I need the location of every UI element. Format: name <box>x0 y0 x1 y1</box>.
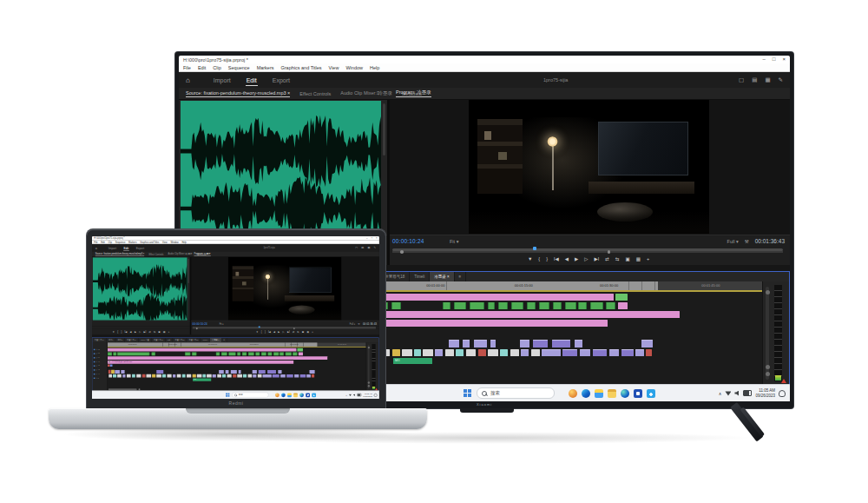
timeline-clip[interactable] <box>478 349 486 356</box>
timeline-clip[interactable] <box>615 294 628 301</box>
vscroll-knob[interactable] <box>367 381 369 383</box>
timeline-clip[interactable] <box>402 349 411 356</box>
track-header[interactable]: V3 <box>92 347 107 351</box>
panel-tab[interactable]: Program: 冷墨录 <box>396 89 431 97</box>
timeline-clip[interactable] <box>298 348 304 352</box>
weather-app-icon[interactable] <box>275 393 279 397</box>
volume-icon[interactable] <box>353 394 356 396</box>
maximize-button[interactable]: □ <box>371 236 372 240</box>
button-editor-button[interactable]: + <box>168 331 170 334</box>
timeline-clip[interactable] <box>117 352 149 355</box>
go-to-out-button[interactable]: ▶I <box>287 331 290 334</box>
panel-tab[interactable]: Source: fixation-pendulum-theory-muscled… <box>186 90 290 97</box>
timeline-clip[interactable] <box>253 370 257 374</box>
vscroll-knob[interactable] <box>766 290 770 295</box>
timeline-clip[interactable] <box>227 374 232 378</box>
timeline-clip[interactable] <box>454 302 466 309</box>
track-header[interactable]: V2 <box>92 352 107 355</box>
play-button[interactable]: ▶ <box>135 331 136 334</box>
go-to-in-button[interactable]: I◀ <box>125 331 128 334</box>
taskbar-search[interactable]: 搜索 <box>232 393 268 398</box>
menu-window[interactable]: Window <box>345 65 363 70</box>
battery-icon[interactable] <box>743 390 752 396</box>
track-toggle-icon[interactable] <box>94 357 95 358</box>
timeline-clip[interactable] <box>258 374 262 378</box>
menu-edit[interactable]: Edit <box>198 65 206 70</box>
timeline-clip[interactable] <box>231 370 237 374</box>
timeline-menu-icon[interactable]: ≡ <box>455 272 467 281</box>
quick-export-icon[interactable]: ▢ <box>739 76 744 83</box>
panel-tab[interactable]: Effect Controls <box>148 253 163 255</box>
track-toggle-icon[interactable] <box>94 365 95 366</box>
timeline-clip[interactable] <box>108 352 112 355</box>
timeline-clip[interactable] <box>259 370 266 374</box>
timeline-clip[interactable] <box>521 349 529 356</box>
timeline-clip[interactable] <box>255 352 260 355</box>
settings-wrench-icon[interactable]: ⚒ <box>358 322 359 325</box>
timeline-clip[interactable] <box>273 374 279 378</box>
current-timecode[interactable]: 00:00:10:24 <box>193 322 207 325</box>
timeline-clip[interactable] <box>510 349 519 356</box>
settings-wrench-icon[interactable]: ⚒ <box>745 239 749 244</box>
timeline-clip[interactable] <box>263 374 272 378</box>
timeline-clip[interactable] <box>646 349 653 356</box>
taskbar-clock[interactable]: 11:05 AM 09/26/2023 <box>363 393 372 397</box>
menu-view[interactable]: View <box>329 65 339 70</box>
timeline-clip[interactable] <box>498 302 508 309</box>
wifi-icon[interactable] <box>349 394 352 396</box>
timeline-clip[interactable] <box>435 349 443 356</box>
timeline-clip[interactable] <box>286 352 292 355</box>
panel-tab[interactable]: Source: fixation-pendulum-theory-muscled… <box>95 253 145 256</box>
vscroll-knob[interactable] <box>367 347 369 348</box>
panel-menu-icon[interactable]: ≡ <box>377 90 380 96</box>
timeline-clip[interactable] <box>122 374 126 378</box>
timeline-clip[interactable] <box>280 374 286 378</box>
timeline-clip[interactable] <box>108 361 294 364</box>
timeline-clip[interactable] <box>621 349 634 356</box>
resolution-dropdown[interactable]: Full ▾ <box>350 322 355 325</box>
timeline-clip[interactable] <box>578 302 587 309</box>
menu-clip[interactable]: Clip <box>213 65 220 70</box>
home-icon[interactable]: ⌂ <box>186 76 190 84</box>
timeline-clip[interactable] <box>132 374 135 378</box>
timeline-clip[interactable] <box>187 374 191 378</box>
lift-button[interactable]: ⇆ <box>615 256 620 261</box>
export-frame-button[interactable]: ▦ <box>163 331 165 334</box>
menu-clip[interactable]: Clip <box>108 241 111 243</box>
menu-file[interactable]: File <box>183 65 191 70</box>
track-toggle-icon[interactable] <box>94 348 95 349</box>
menu-sequence[interactable]: Sequence <box>228 65 250 70</box>
timeline-clip[interactable] <box>207 374 211 378</box>
panel-menu-icon[interactable]: ≡ <box>185 253 187 255</box>
panel-tab[interactable]: Audio Clip Mixer: 冷墨录 <box>168 253 193 255</box>
source-monitor-panel[interactable] <box>92 257 190 321</box>
menu-edit[interactable]: Edit <box>101 241 104 243</box>
track-toggle-icon[interactable] <box>94 353 95 354</box>
timeline-clip[interactable] <box>293 352 297 355</box>
go-to-in-button[interactable]: I◀ <box>268 331 271 334</box>
panel-tab[interactable]: Effect Controls <box>299 91 331 96</box>
audio-waveform[interactable] <box>181 101 381 235</box>
loop-button[interactable]: ⇄ <box>148 331 150 334</box>
program-monitor-panel[interactable] <box>387 100 790 235</box>
timeline-clip[interactable] <box>108 374 112 378</box>
notification-bell-icon[interactable] <box>779 390 786 397</box>
export-frame-button[interactable]: ▦ <box>307 331 309 334</box>
step-back-button[interactable]: ◀ <box>130 331 132 334</box>
timeline-clip[interactable] <box>221 352 227 355</box>
timeline-clip[interactable] <box>185 352 190 355</box>
tray-chevron-icon[interactable]: ∧ <box>719 391 722 396</box>
track-toggle-icon[interactable] <box>95 365 96 366</box>
timeline-clip[interactable] <box>152 352 155 355</box>
go-to-in-button[interactable]: I◀ <box>554 256 559 261</box>
workspace-tab-export[interactable]: Export <box>135 245 144 250</box>
timeline-clip[interactable] <box>606 302 615 309</box>
timeline-clip[interactable] <box>162 374 166 378</box>
battery-icon[interactable] <box>358 394 362 396</box>
timeline-clip[interactable] <box>445 349 454 356</box>
panel-grid-icon[interactable]: ▦ <box>367 246 370 249</box>
tray-chevron-icon[interactable]: ∧ <box>345 394 347 396</box>
track-header[interactable]: A3 <box>92 368 107 372</box>
track-toggle-icon[interactable] <box>95 377 96 378</box>
timeline-clip[interactable] <box>286 374 293 378</box>
